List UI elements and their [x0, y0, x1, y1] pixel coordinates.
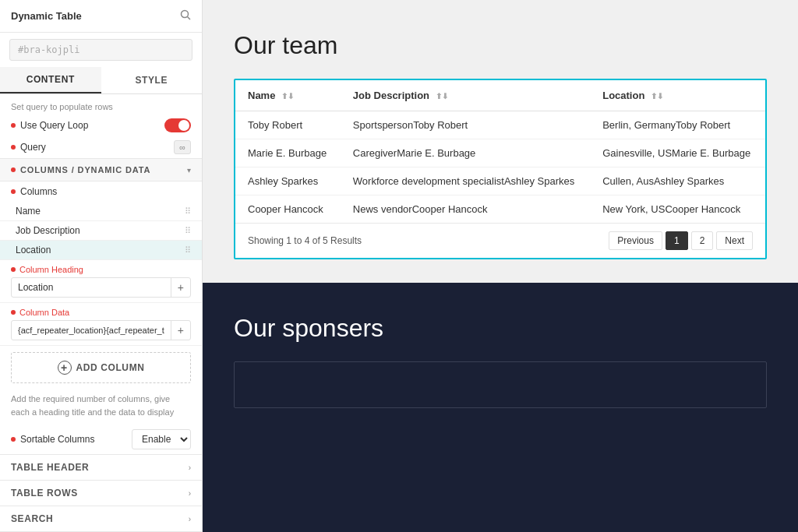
hint-text: Add the required number of columns, give…	[0, 389, 202, 425]
svg-point-0	[182, 11, 189, 18]
column-heading-section: Column Heading +	[0, 260, 202, 303]
drag-icon-3: ⠿	[185, 245, 191, 255]
previous-button[interactable]: Previous	[609, 231, 662, 250]
sortable-label: Sortable Columns	[11, 434, 94, 445]
column-data-input-wrapper: +	[11, 320, 191, 340]
accordion-search[interactable]: SEARCH ›	[0, 506, 202, 531]
cell-name-1: Marie E. Burbage	[235, 139, 341, 167]
column-heading-plus-button[interactable]: +	[171, 278, 190, 297]
columns-label-row: Columns	[0, 181, 202, 202]
column-data-section: Column Data +	[0, 303, 202, 346]
cell-location-0: Berlin, GermanyToby Robert	[590, 111, 765, 139]
next-button[interactable]: Next	[716, 231, 753, 250]
team-table: Name ⬆⬇ Job Description ⬆⬇ Location ⬆⬇	[235, 80, 765, 223]
team-preview-section: Our team Name ⬆⬇ Job Description ⬆⬇	[203, 0, 798, 283]
page-2-button[interactable]: 2	[691, 231, 714, 250]
chevron-right-icon-3: ›	[189, 515, 191, 523]
cell-name-3: Cooper Hancock	[235, 196, 341, 224]
accordion-table-rows[interactable]: TABLE ROWS ›	[0, 480, 202, 506]
bullet-col	[11, 189, 16, 194]
cell-job-2: Workforce development specialistAshley S…	[341, 167, 590, 196]
table-row: Toby Robert SportspersonToby Robert Berl…	[235, 111, 765, 139]
cell-location-3: New York, USCooper Hancock	[590, 196, 765, 224]
bullet-dot-query	[11, 145, 16, 150]
right-panel: Our team Name ⬆⬇ Job Description ⬆⬇	[203, 0, 798, 532]
sortable-row: Sortable Columns Enable	[0, 425, 202, 454]
sponsors-table-wrapper	[234, 361, 767, 408]
drag-icon-2: ⠿	[185, 226, 191, 236]
column-heading-input-wrapper: +	[11, 277, 191, 298]
th-location[interactable]: Location ⬆⬇	[590, 80, 765, 111]
column-item-job[interactable]: Job Description ⠿	[0, 221, 202, 241]
tab-style[interactable]: STYLE	[101, 67, 203, 93]
sort-icon-name: ⬆⬇	[281, 92, 294, 100]
add-column-button[interactable]: + ADD COLUMN	[11, 352, 191, 383]
chevron-down-icon: ▾	[187, 166, 191, 174]
team-section-title: Our team	[234, 31, 767, 60]
search-icon-button[interactable]	[180, 9, 191, 23]
column-data-plus-button[interactable]: +	[171, 321, 190, 340]
columns-section-title: COLUMNS / DYNAMIC DATA	[11, 165, 150, 174]
chevron-right-icon: ›	[189, 463, 191, 472]
svg-line-1	[188, 17, 191, 20]
left-panel: Dynamic Table #bra-kojpli CONTENT STYLE …	[0, 0, 203, 532]
th-job[interactable]: Job Description ⬆⬇	[341, 80, 590, 111]
pagination: Previous 1 2 Next	[609, 231, 753, 250]
drag-icon: ⠿	[185, 206, 191, 217]
cell-job-1: CaregiverMarie E. Burbage	[341, 139, 590, 167]
panel-title: Dynamic Table	[11, 10, 82, 22]
bullet-dot	[11, 123, 16, 128]
bullet-heading	[11, 267, 16, 272]
table-row: Cooper Hancock News vendorCooper Hancock…	[235, 196, 765, 224]
table-footer: Showing 1 to 4 of 5 Results Previous 1 2…	[235, 223, 765, 258]
table-row: Ashley Sparkes Workforce development spe…	[235, 167, 765, 196]
accordion-table-header[interactable]: TABLE HEADER ›	[0, 454, 202, 480]
table-row: Marie E. Burbage CaregiverMarie E. Burba…	[235, 139, 765, 167]
query-label: Query	[11, 142, 46, 153]
id-field: #bra-kojpli	[9, 39, 192, 61]
column-heading-input[interactable]	[12, 278, 171, 297]
page-1-button[interactable]: 1	[666, 231, 688, 250]
tab-content[interactable]: CONTENT	[0, 67, 101, 93]
column-heading-label: Column Heading	[11, 265, 191, 274]
cell-location-2: Cullen, AusAshley Sparkes	[590, 167, 765, 196]
team-table-body: Toby Robert SportspersonToby Robert Berl…	[235, 111, 765, 224]
column-data-input[interactable]	[12, 322, 171, 339]
team-table-head: Name ⬆⬇ Job Description ⬆⬇ Location ⬆⬇	[235, 80, 765, 111]
table-header-row: Name ⬆⬇ Job Description ⬆⬇ Location ⬆⬇	[235, 80, 765, 111]
chevron-right-icon-2: ›	[189, 489, 191, 498]
bullet-columns	[11, 167, 16, 172]
cell-job-0: SportspersonToby Robert	[341, 111, 590, 139]
sort-icon-job: ⬆⬇	[436, 92, 448, 100]
cell-name-0: Toby Robert	[235, 111, 341, 139]
bullet-sortable	[11, 437, 16, 442]
showing-text: Showing 1 to 4 of 5 Results	[248, 235, 362, 246]
column-item-location[interactable]: Location ⠿	[0, 241, 202, 260]
use-query-loop-label: Use Query Loop	[11, 120, 88, 131]
columns-section-header[interactable]: COLUMNS / DYNAMIC DATA ▾	[0, 158, 202, 181]
tab-row: CONTENT STYLE	[0, 67, 202, 94]
th-name[interactable]: Name ⬆⬇	[235, 80, 341, 111]
sponsors-section: Our sponsers	[203, 283, 798, 532]
use-query-loop-row: Use Query Loop	[0, 115, 202, 136]
query-row: Query ∞	[0, 136, 202, 158]
team-table-wrapper: Name ⬆⬇ Job Description ⬆⬇ Location ⬆⬇	[234, 79, 767, 259]
bullet-data	[11, 310, 16, 315]
sortable-select[interactable]: Enable	[132, 429, 191, 449]
use-query-loop-toggle[interactable]	[164, 118, 191, 132]
cell-job-3: News vendorCooper Hancock	[341, 196, 590, 224]
column-item-name[interactable]: Name ⠿	[0, 202, 202, 221]
sponsors-section-title: Our sponsers	[234, 314, 767, 343]
add-column-icon: +	[58, 361, 72, 375]
query-section-label: Set query to populate rows	[0, 94, 202, 115]
cell-name-2: Ashley Sparkes	[235, 167, 341, 196]
sort-icon-location: ⬆⬇	[651, 92, 663, 100]
cell-location-1: Gainesville, USMarie E. Burbage	[590, 139, 765, 167]
column-data-label: Column Data	[11, 308, 191, 317]
query-icon[interactable]: ∞	[174, 140, 191, 154]
panel-header: Dynamic Table	[0, 0, 202, 33]
